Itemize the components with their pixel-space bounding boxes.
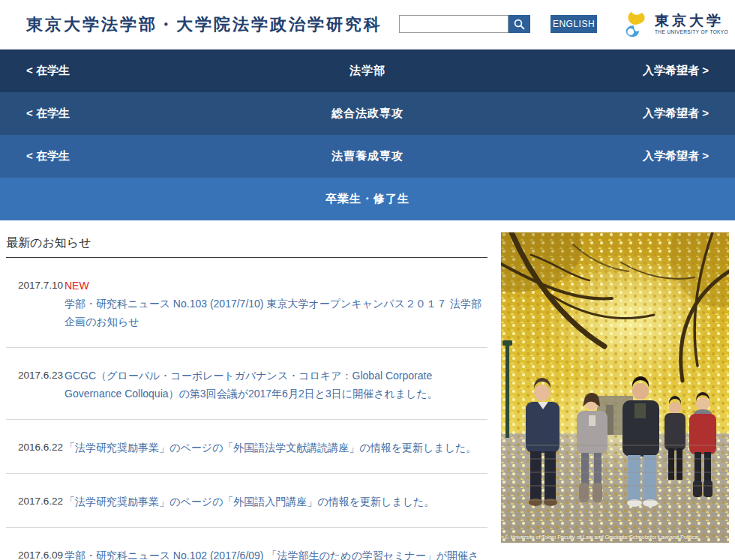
news-item: 2017.7.10 NEW 学部・研究科ニュース No.103 (2017/7/… xyxy=(6,258,488,348)
person-woman-red-coat xyxy=(689,392,716,497)
site-title[interactable]: 東京大学法学部・大学院法学政治学研究科 xyxy=(26,11,382,38)
news-link[interactable]: 学部・研究科ニュース No.103 (2017/7/10) 東京大学オープンキャ… xyxy=(64,298,482,328)
search-input[interactable] xyxy=(399,15,508,33)
news-link[interactable]: 「法学研究奨励事業」のページの「外国語入門講座」の情報を更新しました。 xyxy=(64,496,434,508)
new-badge: NEW xyxy=(64,277,488,295)
nav-link-faculty-of-law[interactable]: 法学部 xyxy=(350,64,386,78)
news-date: 2017.6.23 xyxy=(6,367,64,403)
photo-column: © University of Tokyo Faculty of Law and… xyxy=(501,232,729,560)
nav-link-current-students-sogo[interactable]: < 在学生 xyxy=(26,106,70,121)
news-list: 2017.7.10 NEW 学部・研究科ニュース No.103 (2017/7/… xyxy=(6,258,488,560)
news-item: 2017.6.22 「法学研究奨励事業」のページの「外国語入門講座」の情報を更新… xyxy=(6,474,488,528)
news-link[interactable]: 学部・研究科ニュース No.102 (2017/6/09) 「法学部生のための学… xyxy=(64,550,478,560)
logo-name-en: THE UNIVERSITY OF TOKYO xyxy=(655,29,728,35)
news-date: 2017.6.22 xyxy=(6,493,64,511)
logo-text-block: 東京大学 THE UNIVERSITY OF TOKYO xyxy=(655,13,728,35)
nav-row-alumni: 卒業生・修了生 xyxy=(0,178,735,220)
university-logo[interactable]: 東京大学 THE UNIVERSITY OF TOKYO xyxy=(621,10,728,38)
search-button[interactable] xyxy=(508,15,530,33)
news-item: 2017.6.23 GCGC（グローバル・コーポレートガバナンス・コロキア：Gl… xyxy=(6,348,488,420)
person-man-navy-sweater xyxy=(526,378,560,506)
nav-link-alumni[interactable]: 卒業生・修了生 xyxy=(326,192,410,206)
nav-link-prospective-students-hoso[interactable]: 入学希望者 > xyxy=(643,149,709,163)
nav-row-comprehensive-law: < 在学生 総合法政専攻 入学希望者 > xyxy=(0,92,735,135)
nav-link-prospective-students-sogo[interactable]: 入学希望者 > xyxy=(643,106,709,121)
english-button[interactable]: ENGLISH xyxy=(550,15,597,33)
news-item: 2017.6.09 学部・研究科ニュース No.102 (2017/6/09) … xyxy=(6,528,488,560)
nav-link-current-students-law[interactable]: < 在学生 xyxy=(26,64,70,78)
photo-credit: © University of Tokyo Faculty of Law and… xyxy=(505,534,728,541)
search-icon xyxy=(514,19,525,30)
nav-row-legal-training: < 在学生 法曹養成専攻 入学希望者 > xyxy=(0,135,735,178)
news-item: 2016.6.22 「法学研究奨励事業」のページの「外国語法学文献講読講座」の情… xyxy=(6,420,488,474)
nav-link-legal-training-program[interactable]: 法曹養成専攻 xyxy=(332,149,404,163)
site-header: 東京大学法学部・大学院法学政治学研究科 ENGLISH 東京大学 THE UNI… xyxy=(0,0,735,49)
person-woman-dark-coat xyxy=(664,396,686,480)
ginkgo-leaf-icon xyxy=(621,10,650,38)
logo-name-ja: 東京大学 xyxy=(655,13,728,29)
news-date: 2017.7.10 xyxy=(6,277,64,331)
nav-link-prospective-students-law[interactable]: 入学希望者 > xyxy=(643,64,709,78)
main-content: 最新のお知らせ 2017.7.10 NEW 学部・研究科ニュース No.103 … xyxy=(0,220,735,560)
news-link[interactable]: 「法学研究奨励事業」のページの「外国語法学文献講読講座」の情報を更新しました。 xyxy=(64,442,476,454)
campus-autumn-photo: © University of Tokyo Faculty of Law and… xyxy=(501,232,729,543)
news-date: 2017.6.09 xyxy=(6,547,64,560)
news-date: 2016.6.22 xyxy=(6,439,64,457)
main-nav: < 在学生 法学部 入学希望者 > < 在学生 総合法政専攻 入学希望者 > <… xyxy=(0,49,735,220)
nav-row-faculty-of-law: < 在学生 法学部 入学希望者 > xyxy=(0,49,735,92)
nav-link-current-students-hoso[interactable]: < 在学生 xyxy=(26,149,70,163)
news-section: 最新のお知らせ 2017.7.10 NEW 学部・研究科ニュース No.103 … xyxy=(6,232,488,560)
news-heading: 最新のお知らせ xyxy=(6,232,488,258)
campus-photo-illustration xyxy=(501,232,729,543)
nav-link-comprehensive-law-program[interactable]: 総合法政専攻 xyxy=(332,106,404,121)
news-link[interactable]: GCGC（グローバル・コーポレートガバナンス・コロキア：Global Corpo… xyxy=(64,370,438,400)
